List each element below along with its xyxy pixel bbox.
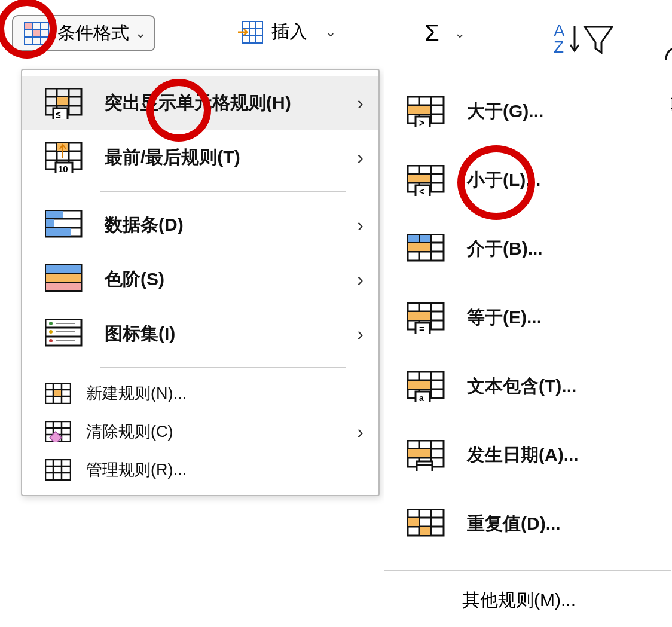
submenu-item-label: 发生日期(A)... (467, 443, 579, 467)
submenu-greater-than[interactable]: > 大于(G)... (384, 77, 671, 146)
submenu-equal-to[interactable]: = 等于(E)... (384, 283, 671, 352)
highlight-rules-submenu: > 大于(G)... < 小于(L)... (384, 65, 671, 625)
sigma-icon: Σ (424, 20, 439, 47)
top-bottom-icon: 10 (43, 141, 88, 174)
svg-text:a: a (419, 393, 424, 402)
ribbon-toolbar: 条件格式 ⌄ 插入 ⌄ Σ ⌄ A Z (0, 0, 672, 69)
menu-item-label: 管理规则(R)... (86, 459, 187, 481)
menu-new-rule[interactable]: 新建规则(N)... (22, 374, 378, 412)
submenu-duplicate-values[interactable]: 重复值(D)... (384, 490, 671, 558)
submenu-item-label: 大于(G)... (467, 99, 543, 124)
svg-rect-20 (57, 97, 68, 105)
svg-point-50 (49, 339, 53, 342)
equal-to-icon: = (405, 301, 450, 334)
submenu-between[interactable]: 介于(B)... (384, 215, 671, 283)
sort-filter-button[interactable]: A Z (545, 15, 622, 60)
submenu-text-contains[interactable]: a 文本包含(T)... (384, 352, 671, 421)
svg-text:=: = (419, 324, 424, 334)
submenu-item-label: 介于(B)... (467, 237, 543, 261)
svg-point-46 (49, 322, 53, 325)
menu-color-scales[interactable]: 色阶(S) › (22, 252, 378, 307)
chevron-right-icon: › (357, 92, 364, 114)
menu-highlight-cell-rules[interactable]: ≤ 突出显示单元格规则(H) › (22, 76, 378, 130)
menu-separator (100, 191, 346, 192)
svg-rect-57 (54, 390, 61, 396)
svg-rect-90 (420, 235, 430, 242)
svg-rect-63 (45, 460, 71, 480)
svg-text:>: > (419, 118, 424, 127)
menu-data-bars[interactable]: 数据条(D) › (22, 198, 378, 252)
svg-rect-91 (408, 243, 430, 251)
menu-item-label: 图标集(I) (105, 322, 175, 346)
svg-rect-121 (408, 518, 419, 526)
chevron-down-icon: ⌄ (325, 25, 336, 40)
menu-icon-sets[interactable]: 图标集(I) › (22, 307, 378, 361)
svg-rect-73 (408, 106, 430, 114)
chevron-right-icon: › (357, 323, 364, 345)
chevron-right-icon: › (357, 146, 364, 169)
svg-rect-34 (46, 211, 63, 218)
clear-rules-icon (43, 420, 73, 444)
svg-rect-5 (25, 23, 32, 29)
manage-rules-icon (43, 458, 73, 482)
svg-rect-42 (46, 283, 81, 290)
svg-rect-35 (46, 219, 54, 227)
submenu-item-label: 重复值(D)... (467, 512, 561, 536)
autosum-button[interactable]: Σ ⌄ (416, 15, 474, 51)
menu-manage-rules[interactable]: 管理规则(R)... (22, 451, 378, 489)
submenu-more-label: 其他规则(M)... (462, 590, 576, 610)
svg-rect-81 (408, 175, 430, 182)
conditional-formatting-menu: ≤ 突出显示单元格规则(H) › 10 最前/最后规则(T) › (21, 69, 380, 496)
conditional-formatting-label: 条件格式 (57, 21, 129, 45)
svg-text:10: 10 (58, 164, 68, 173)
new-rule-icon (43, 381, 73, 405)
less-than-icon: < (405, 164, 450, 197)
conditional-formatting-icon (22, 22, 51, 45)
submenu-item-label: 文本包含(T)... (467, 374, 576, 399)
svg-point-48 (49, 330, 53, 334)
menu-clear-rules[interactable]: 清除规则(C) › (22, 412, 378, 451)
svg-rect-6 (33, 30, 40, 36)
svg-rect-89 (408, 235, 419, 242)
highlight-rules-icon: ≤ (43, 87, 88, 120)
menu-top-bottom-rules[interactable]: 10 最前/最后规则(T) › (22, 130, 378, 185)
submenu-date-occurring[interactable]: 发生日期(A)... (384, 421, 671, 490)
svg-rect-122 (420, 527, 430, 535)
greater-than-icon: > (405, 95, 450, 128)
svg-text:<: < (419, 186, 424, 196)
menu-separator (100, 367, 346, 368)
chevron-right-icon: › (357, 268, 364, 290)
insert-label: 插入 (271, 20, 307, 44)
submenu-less-than[interactable]: < 小于(L)... (384, 146, 671, 215)
chevron-right-icon: › (357, 214, 364, 236)
partial-person-icon (654, 18, 672, 60)
menu-item-label: 突出显示单元格规则(H) (105, 91, 291, 115)
menu-item-label: 清除规则(C) (86, 421, 173, 442)
conditional-formatting-button[interactable]: 条件格式 ⌄ (12, 15, 155, 51)
menu-item-label: 新建规则(N)... (86, 383, 187, 404)
svg-rect-41 (46, 274, 81, 282)
sort-filter-icon: A Z (554, 20, 613, 56)
submenu-item-label: 小于(L)... (467, 168, 540, 192)
text-contains-icon: a (405, 370, 450, 403)
insert-icon (236, 20, 265, 44)
data-bars-icon (43, 209, 88, 241)
date-occurring-icon (405, 439, 450, 472)
svg-rect-97 (408, 312, 430, 320)
duplicate-values-icon (405, 507, 450, 540)
insert-button[interactable]: 插入 ⌄ (227, 15, 344, 49)
chevron-right-icon: › (357, 421, 364, 443)
menu-item-label: 色阶(S) (105, 267, 164, 292)
svg-rect-36 (46, 228, 71, 236)
svg-rect-113 (408, 449, 430, 457)
submenu-item-label: 等于(E)... (467, 305, 542, 330)
menu-item-label: 最前/最后规则(T) (105, 145, 240, 170)
chevron-down-icon: ⌄ (454, 26, 465, 41)
submenu-more-rules[interactable]: 其他规则(M)... (384, 570, 671, 613)
svg-rect-40 (46, 265, 81, 273)
svg-text:≤: ≤ (56, 109, 61, 119)
menu-item-label: 数据条(D) (105, 213, 184, 237)
svg-rect-105 (408, 381, 430, 389)
between-icon (405, 233, 450, 265)
icon-sets-icon (43, 317, 88, 350)
